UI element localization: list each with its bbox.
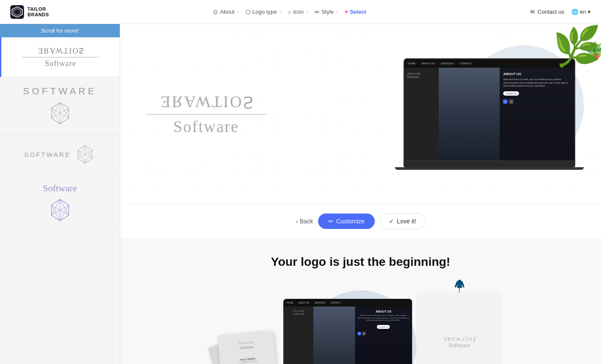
nav-right: ✉ Contact us 🌐 en ▾ xyxy=(530,9,591,15)
logo-caps-inline-3: SOFTWARE xyxy=(24,151,70,158)
back-button[interactable]: ‹ Back xyxy=(296,218,313,225)
tshirt-mockup: 🧥 ƧOITWAЯE Software xyxy=(416,292,502,364)
chevron-icon-2: › xyxy=(279,9,281,14)
contact-button[interactable]: ✉ Contact us xyxy=(530,9,564,15)
laptop-keyboard-area xyxy=(404,161,575,167)
step-icon-label: Icon xyxy=(293,9,304,15)
laptop-logo-mini: ƧOITWAЯE Software xyxy=(407,71,436,79)
main-layout: Scroll for more! ƧOITWAЯE Software SOFTW… xyxy=(0,24,601,364)
check-icon: ✓ xyxy=(389,218,394,225)
scroll-label: Scroll for more! xyxy=(41,27,79,34)
sidebar-logo-item-3[interactable]: SOFTWARE xyxy=(0,135,120,174)
back-label: Back xyxy=(300,218,313,225)
step-style[interactable]: ✏ Style › xyxy=(312,7,340,17)
pencil-icon: ✏ xyxy=(328,218,334,225)
logo-sidebar: Scroll for more! ƧOITWAЯE Software SOFTW… xyxy=(0,24,120,364)
preview-logo: ƧOITWAЯE Software xyxy=(146,93,266,136)
brand-logo[interactable]: TAILOR BRANDS xyxy=(10,5,49,19)
laptop-nav-services: SERVICES xyxy=(441,62,454,65)
sidebar-logo-item-2[interactable]: SOFTWARE xyxy=(0,77,120,135)
laptop-screen-main: ABOUT US Write this book is our brief, a… xyxy=(439,68,574,160)
tshirt-logo: ƧOITWAЯE Software xyxy=(443,334,476,349)
language-selector[interactable]: 🌐 en ▾ xyxy=(571,9,591,15)
chevron-icon-3: › xyxy=(306,9,307,14)
love-label: Love it! xyxy=(397,218,416,225)
heart-icon: ♥ xyxy=(345,9,348,15)
content-area: ƧOITWAЯE Software 🌿 🪴 HOME AB xyxy=(120,24,601,364)
step-logo-type[interactable]: ⬡ Logo type › xyxy=(243,7,283,17)
laptop-about-text: Write this book is our brief, and it's a… xyxy=(503,78,571,88)
laptop-nav-home: HOME xyxy=(408,62,416,65)
lang-chevron-icon: ▾ xyxy=(588,9,591,15)
laptop-mockup: HOME ABOUT US SERVICES CONTACT ƧOITWAЯE xyxy=(404,58,575,170)
icosahedron-icon-2 xyxy=(47,100,73,126)
preview-logo-normal: Software xyxy=(173,117,239,136)
laptop-screen-sidebar: ƧOITWAЯE Software xyxy=(404,68,439,160)
laptop-nav-contact: CONTACT xyxy=(460,62,472,65)
contact-label: Contact us xyxy=(537,9,564,15)
twitter-icon: t xyxy=(509,99,513,104)
globe-icon: 🌐 xyxy=(571,9,578,15)
step-about-label: About xyxy=(220,9,234,15)
step-logo-type-label: Logo type xyxy=(252,9,277,15)
laptop-screen-body: ƧOITWAЯE Software ABOUT US Write this bo… xyxy=(404,68,574,160)
step-about[interactable]: ⊙ About › xyxy=(210,7,241,17)
step-select-label: Select xyxy=(350,9,366,15)
laptop-base xyxy=(395,167,584,170)
facebook-icon: f xyxy=(503,99,507,104)
icon-step-icon: ○ xyxy=(288,9,291,15)
chevron-icon-4: › xyxy=(337,9,338,14)
preview-mockup: 🌿 🪴 HOME ABOUT US SERVICES CONTACT xyxy=(404,58,575,170)
business-card-front: ƧOITWAЯE Software Your Name Founder & CE… xyxy=(218,331,276,364)
bottom-section: Your logo is just the beginning! ƧOITWAЯ… xyxy=(120,238,601,364)
logo-mirrored-text-1: ƧOITWAЯE xyxy=(37,46,84,55)
bottom-title: Your logo is just the beginning! xyxy=(146,255,575,269)
sidebar-logo-item-4[interactable]: Software xyxy=(0,174,120,232)
icosahedron-icon-4 xyxy=(47,197,73,223)
nav-steps: ⊙ About › ⬡ Logo type › ○ Icon › ✏ Style… xyxy=(210,7,368,17)
merch-laptop: HOME ABOUT US SERVICES CONTACT ƧOITWAЯE … xyxy=(283,299,412,364)
logo-normal-text-1: Software xyxy=(22,59,99,68)
preview-divider xyxy=(146,114,266,114)
laptop-screen-nav: HOME ABOUT US SERVICES CONTACT xyxy=(404,59,574,68)
plant-pot: 🪴 xyxy=(584,41,601,61)
logo-caps-text-2: SOFTWARE xyxy=(23,86,97,97)
action-buttons: ‹ Back ✏ Customize ✓ Love it! xyxy=(120,204,601,238)
customize-label: Customize xyxy=(336,218,364,225)
laptop-nav-about: ABOUT US xyxy=(422,62,435,65)
laptop-about-overlay: ABOUT US Write this book is our brief, a… xyxy=(500,68,574,160)
laptop-about-title: ABOUT US xyxy=(503,72,571,76)
customize-button[interactable]: ✏ Customize xyxy=(318,214,375,229)
sidebar-logo-row-3: SOFTWARE xyxy=(7,144,113,165)
icosahedron-icon-3 xyxy=(74,144,96,165)
lang-label: en xyxy=(580,9,586,15)
about-icon: ⊙ xyxy=(213,9,218,15)
logo-type-icon: ⬡ xyxy=(246,9,251,15)
business-card-stack: ƧOITWAЯE Software ƧOITWAЯE Software xyxy=(218,331,276,364)
back-chevron-icon: ‹ xyxy=(296,218,298,225)
love-it-button[interactable]: ✓ Love it! xyxy=(380,213,425,229)
navigation: TAILOR BRANDS ⊙ About › ⬡ Logo type › ○ … xyxy=(0,0,601,24)
envelope-icon: ✉ xyxy=(530,9,535,15)
merch-mockup: ƧOITWAЯE Software ƧOITWAЯE Software xyxy=(146,282,575,364)
style-icon: ✏ xyxy=(315,9,320,15)
preview-logo-mirrored: ƧOITWAЯE xyxy=(159,93,253,111)
logo-script-text-4: Software xyxy=(43,183,77,194)
laptop-social-icons: f t xyxy=(503,99,571,104)
scroll-banner: Scroll for more! xyxy=(0,24,120,37)
step-select[interactable]: ♥ Select xyxy=(342,7,369,17)
tailor-brands-icon xyxy=(10,5,24,19)
sidebar-logo-item-1[interactable]: ƧOITWAЯE Software xyxy=(0,37,120,77)
step-icon[interactable]: ○ Icon › xyxy=(285,7,310,17)
chevron-icon: › xyxy=(237,9,238,14)
step-style-label: Style xyxy=(322,9,334,15)
laptop-contact-btn: Contact Us xyxy=(503,91,519,96)
preview-section: ƧOITWAЯE Software 🌿 🪴 HOME AB xyxy=(120,24,601,204)
